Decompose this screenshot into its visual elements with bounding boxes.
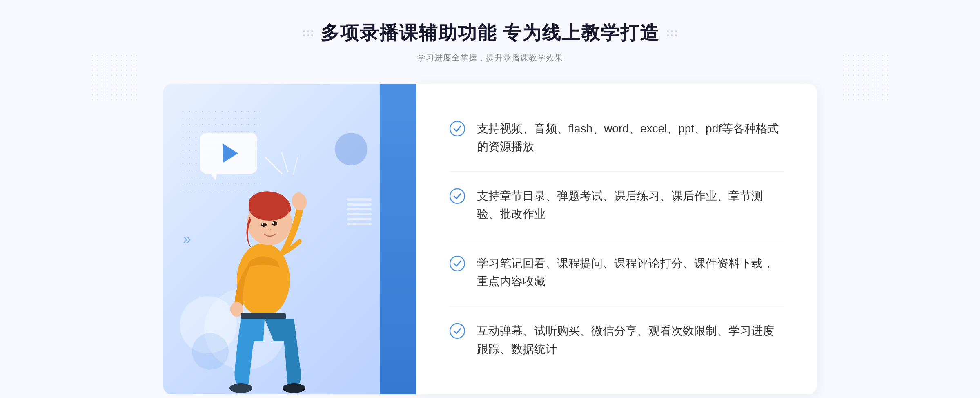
page-title: 多项录播课辅助功能 专为线上教学打造 <box>321 20 660 46</box>
blue-circle-bottom <box>192 333 229 370</box>
chevron-decoration: » <box>183 230 191 248</box>
check-icon-1 <box>449 121 466 137</box>
dots-icon-left <box>303 30 313 36</box>
feature-text-4: 互动弹幕、试听购买、微信分享、观看次数限制、学习进度跟踪、数据统计 <box>477 322 784 359</box>
svg-point-19 <box>450 324 465 338</box>
feature-item-4: 互动弹幕、试听购买、微信分享、观看次数限制、学习进度跟踪、数据统计 <box>449 315 784 366</box>
features-panel: 支持视频、音频、flash、word、excel、ppt、pdf等各种格式的资源… <box>416 84 817 394</box>
main-content: » <box>163 84 817 394</box>
svg-line-0 <box>265 157 282 174</box>
svg-point-14 <box>229 383 252 393</box>
divider-2 <box>449 239 784 239</box>
page-subtitle: 学习进度全掌握，提升录播课教学效果 <box>303 52 677 63</box>
feature-text-1: 支持视频、音频、flash、word、excel、ppt、pdf等各种格式的资源… <box>477 120 784 157</box>
feature-item-3: 学习笔记回看、课程提问、课程评论打分、课件资料下载，重点内容收藏 <box>449 247 784 299</box>
dots-icon-right <box>667 30 677 36</box>
header-section: 多项录播课辅助功能 专为线上教学打造 学习进度全掌握，提升录播课教学效果 <box>303 20 677 63</box>
svg-point-15 <box>283 383 305 393</box>
svg-point-8 <box>262 223 263 225</box>
decorative-dots-right <box>841 53 890 102</box>
feature-text-3: 学习笔记回看、课程提问、课程评论打分、课件资料下载，重点内容收藏 <box>477 255 784 291</box>
divider-1 <box>449 171 784 172</box>
check-icon-3 <box>449 255 466 272</box>
svg-point-9 <box>272 222 274 224</box>
svg-point-7 <box>272 221 277 226</box>
feature-item-1: 支持视频、音频、flash、word、excel、ppt、pdf等各种格式的资源… <box>449 112 784 164</box>
blue-bar-decoration <box>380 84 416 394</box>
svg-point-16 <box>450 121 465 136</box>
page-container: 多项录播课辅助功能 专为线上教学打造 学习进度全掌握，提升录播课教学效果 » <box>0 0 980 398</box>
decorative-dots-left <box>90 53 139 102</box>
svg-point-17 <box>450 189 465 203</box>
illustration-panel <box>163 84 416 394</box>
divider-3 <box>449 306 784 306</box>
svg-line-1 <box>282 152 288 172</box>
check-icon-2 <box>449 188 466 204</box>
feature-item-2: 支持章节目录、弹题考试、课后练习、课后作业、章节测验、批改作业 <box>449 180 784 231</box>
feature-text-2: 支持章节目录、弹题考试、课后练习、课后作业、章节测验、批改作业 <box>477 187 784 224</box>
stripes-decoration <box>347 198 372 231</box>
svg-point-6 <box>261 223 267 227</box>
svg-point-18 <box>450 256 465 271</box>
svg-line-2 <box>293 157 298 174</box>
check-icon-4 <box>449 323 466 339</box>
